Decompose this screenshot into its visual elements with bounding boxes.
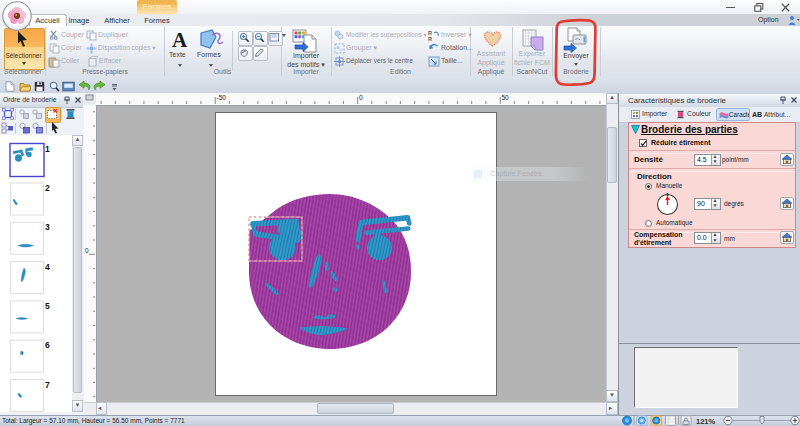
svg-text:4: 4 — [45, 262, 50, 272]
svg-text:7: 7 — [45, 380, 50, 390]
svg-text:6: 6 — [45, 340, 50, 350]
svg-text:50: 50 — [502, 94, 510, 101]
svg-text:121%: 121% — [696, 417, 716, 426]
svg-text:5: 5 — [45, 301, 50, 311]
svg-text:-50: -50 — [217, 94, 227, 101]
svg-text:2: 2 — [45, 183, 50, 193]
svg-text:0: 0 — [359, 94, 363, 101]
svg-text:0: 0 — [85, 247, 89, 254]
svg-text:3: 3 — [45, 222, 50, 232]
svg-text:1: 1 — [45, 144, 50, 154]
svg-text:R: R — [428, 36, 432, 42]
